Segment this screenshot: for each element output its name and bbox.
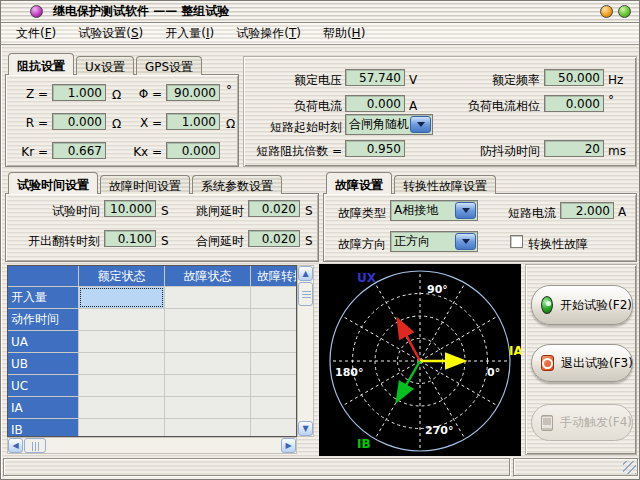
table-cell[interactable] [79,397,164,418]
table-cell[interactable] [79,309,164,330]
menu-binary-input[interactable]: 开入量(I) [158,23,221,44]
chevron-down-icon[interactable] [455,233,476,250]
menu-help[interactable]: 帮助(H) [316,23,372,44]
load-phase-field[interactable]: 0.000 [544,95,604,112]
vertical-scrollbar[interactable]: ▲ ▼ [297,265,314,437]
exit-test-button[interactable]: 退出试验(F3) [531,344,633,382]
load-phase-label: 负荷电流相位 [444,98,540,115]
table-cell[interactable] [165,419,250,437]
rated-freq-field[interactable]: 50.000 [544,69,604,86]
angle-label-180: 180° [335,366,363,379]
table-cell[interactable] [165,397,250,418]
short-current-unit: A [618,205,626,219]
trip-delay-field[interactable]: 0.020 [248,200,300,217]
table-cell[interactable] [165,353,250,374]
row-header: UC [8,375,78,396]
table-cell[interactable] [251,375,297,396]
table-cell[interactable] [79,331,164,352]
phase-label-ia: IA [509,344,521,358]
menu-test-operation[interactable]: 试验操作(T) [229,23,308,44]
table-cell[interactable] [251,309,297,330]
tab-fault-time[interactable]: 故障时间设置 [100,175,190,194]
table-cell[interactable] [79,419,164,437]
test-time-label: 试验时间 [10,203,100,220]
impedance-tabstrip: 阻抗设置 Ux设置 GPS设置 [5,53,204,75]
r-field[interactable]: 0.000 [52,113,106,130]
time-tabstrip: 试验时间设置 故障时间设置 系统参数设置 [5,172,284,194]
chevron-down-icon[interactable] [455,202,476,219]
manual-trigger-button[interactable]: 手动触发(F4) [531,404,633,441]
table-cell-selected[interactable] [79,287,164,308]
table-cell[interactable] [165,375,250,396]
scroll-left-icon[interactable]: ◀ [8,438,23,453]
table-cell[interactable] [79,353,164,374]
kx-field[interactable]: 0.000 [166,142,220,159]
col-header-rated-state: 额定状态 [79,266,164,286]
output-flip-unit: S [161,234,169,248]
table-cell[interactable] [251,419,297,437]
x-field[interactable]: 1.000 [166,113,220,130]
output-flip-field[interactable]: 0.100 [104,230,156,247]
vertical-scroll-thumb[interactable] [298,282,313,306]
start-test-button[interactable]: 开始试验(F2) [531,285,633,325]
menu-file[interactable]: 文件(F) [9,23,63,44]
tab-ux-settings[interactable]: Ux设置 [76,56,134,75]
scroll-right-icon[interactable]: ▶ [281,438,296,453]
menu-bar: 文件(F) 试验设置(S) 开入量(I) 试验操作(T) 帮助(H) [1,23,639,45]
time-panel: 试验时间设置 故障时间设置 系统参数设置 试验时间 10.000 S 跳闸延时 … [5,172,319,262]
kr-field[interactable]: 0.667 [52,142,106,159]
row-header: 动作时间 [8,309,78,330]
angle-label-270: 270° [425,424,453,437]
rated-voltage-field[interactable]: 57.740 [345,69,405,86]
fault-type-combo[interactable]: A相接地 [390,200,478,221]
start-test-label: 开始试验(F2) [560,297,632,314]
minimize-ball-icon[interactable] [600,5,613,18]
table-cell[interactable] [251,397,297,418]
vector-ib [399,361,420,397]
close-delay-field[interactable]: 0.020 [248,230,300,247]
resize-grip[interactable] [623,461,636,474]
tab-test-time[interactable]: 试验时间设置 [8,172,98,194]
evolving-fault-label: 转换性故障 [528,236,588,253]
scroll-down-icon[interactable]: ▼ [298,421,313,436]
title-bar: 继电保护测试软件 —— 整组试验 [1,1,639,23]
table-cell[interactable] [165,287,250,308]
impedance-multiple-field[interactable]: 0.950 [345,140,405,157]
table-cell[interactable] [251,287,297,308]
phi-unit: ° [226,83,232,97]
tab-fault-settings[interactable]: 故障设置 [326,172,392,194]
z-field[interactable]: 1.000 [52,84,106,101]
col-header-fault-transfer: 故障转换 [251,266,297,286]
menu-test-settings[interactable]: 试验设置(S) [71,23,150,44]
horizontal-scroll-thumb[interactable] [24,438,46,453]
close-ball-icon[interactable] [618,5,631,18]
phi-field[interactable]: 90.000 [166,84,220,101]
table-cell[interactable] [79,375,164,396]
short-start-value: 合闸角随机 [346,116,410,133]
table-cell[interactable] [165,331,250,352]
table-cell[interactable] [165,309,250,330]
tab-gps-settings[interactable]: GPS设置 [136,56,202,75]
evolving-fault-checkbox[interactable] [510,235,523,248]
horizontal-scrollbar[interactable]: ◀ ▶ [7,437,297,454]
chevron-down-icon[interactable] [410,116,431,133]
fault-tab-page: 故障类型 A相接地 短路电流 2.000 A 故障方向 正方向 转换性故障 [323,193,637,262]
status-bar-left [3,458,511,477]
table-cell[interactable] [251,353,297,374]
short-current-field[interactable]: 2.000 [560,202,614,219]
z-label: Z = [10,87,48,101]
phase-label-ux: UX [357,271,377,285]
load-current-field[interactable]: 0.000 [345,95,405,112]
angle-label-90: 90° [427,283,448,296]
tab-evolving-fault[interactable]: 转换性故障设置 [394,175,496,194]
tab-system-params[interactable]: 系统参数设置 [192,175,282,194]
scroll-up-icon[interactable]: ▲ [298,266,313,281]
fault-direction-combo[interactable]: 正方向 [390,231,478,252]
short-start-combo[interactable]: 合闸角随机 [345,114,433,135]
table-cell[interactable] [251,331,297,352]
debounce-field[interactable]: 20 [544,140,604,157]
tab-impedance-settings[interactable]: 阻抗设置 [8,53,74,75]
test-time-field[interactable]: 10.000 [104,200,156,217]
manual-trigger-label: 手动触发(F4) [560,414,632,431]
output-flip-label: 开出翻转时刻 [10,233,100,250]
